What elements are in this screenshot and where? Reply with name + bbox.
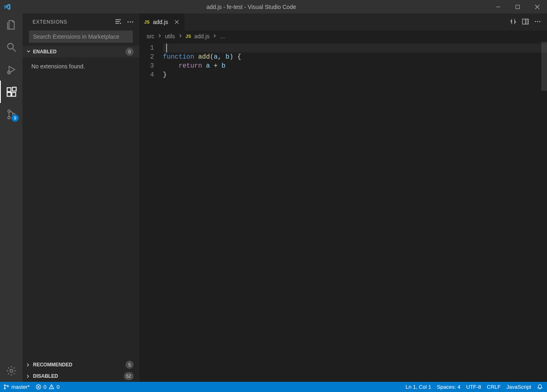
warning-icon	[48, 384, 55, 390]
more-icon[interactable]	[534, 18, 541, 26]
chevron-right-icon	[157, 33, 163, 40]
activity-settings[interactable]	[0, 359, 22, 382]
bell-icon	[537, 384, 543, 390]
activity-scm[interactable]: 9	[0, 103, 22, 125]
title-bar: add.js - fe-test - Visual Studio Code	[0, 0, 547, 13]
section-recommended-label: RECOMMENDED	[33, 362, 72, 368]
svg-point-18	[535, 21, 536, 22]
breadcrumb-seg[interactable]: src	[147, 33, 154, 39]
activity-debug[interactable]	[0, 58, 22, 81]
breadcrumb[interactable]: src utils JS add.js ...	[139, 31, 547, 42]
section-disabled-label: DISABLED	[33, 373, 58, 379]
status-cursor-position[interactable]: Ln 1, Col 1	[406, 384, 431, 390]
status-eol[interactable]: CRLF	[487, 384, 501, 390]
maximize-button[interactable]	[508, 0, 527, 13]
extensions-empty-text: No extensions found.	[22, 57, 139, 75]
extensions-search-input[interactable]	[29, 31, 133, 43]
compare-icon[interactable]	[510, 18, 517, 26]
svg-point-2	[7, 43, 13, 49]
breadcrumb-seg[interactable]: add.js	[194, 33, 209, 39]
tab-add-js[interactable]: JS add.js	[139, 13, 185, 31]
svg-point-13	[127, 22, 129, 23]
svg-point-15	[132, 22, 133, 23]
section-recommended[interactable]: RECOMMENDED 5	[22, 359, 139, 370]
svg-point-11	[10, 369, 13, 372]
svg-point-19	[537, 21, 538, 22]
svg-rect-7	[12, 87, 16, 91]
chevron-right-icon	[178, 33, 183, 40]
section-enabled-label: ENABLED	[33, 49, 57, 55]
svg-rect-0	[496, 7, 500, 7]
close-icon[interactable]	[174, 19, 180, 25]
svg-point-9	[8, 116, 10, 119]
svg-point-23	[7, 385, 9, 387]
chevron-down-icon	[26, 48, 31, 55]
chevron-right-icon	[212, 33, 217, 40]
scm-badge: 9	[11, 114, 19, 122]
js-icon: JS	[144, 20, 149, 24]
svg-point-14	[130, 22, 131, 23]
svg-point-22	[4, 388, 5, 389]
section-enabled-count: 0	[125, 48, 134, 56]
section-enabled[interactable]: ENABLED 0	[22, 46, 139, 57]
sidebar-title: EXTENSIONS	[33, 19, 67, 25]
code-lines[interactable]: function add(a, b) { return a + b }	[163, 44, 547, 382]
section-recommended-count: 5	[125, 361, 134, 369]
svg-rect-4	[7, 88, 11, 91]
status-indentation[interactable]: Spaces: 4	[437, 384, 461, 390]
svg-rect-1	[516, 5, 520, 9]
status-branch[interactable]: master*	[3, 384, 30, 390]
close-button[interactable]	[527, 0, 547, 13]
code-editor[interactable]: 1 2 3 4 function add(a, b) { return a + …	[139, 42, 547, 382]
section-disabled[interactable]: DISABLED 52	[22, 370, 139, 382]
activity-extensions[interactable]	[0, 81, 22, 103]
error-icon	[35, 384, 42, 390]
sidebar-extensions: EXTENSIONS ENABLED 0 No extensions found…	[22, 13, 139, 382]
editor-scrollbar[interactable]	[541, 42, 547, 382]
breadcrumb-seg[interactable]: ...	[220, 33, 225, 39]
editor-area: JS add.js src utils JS add.js ...	[139, 13, 547, 382]
status-language[interactable]: JavaScript	[506, 384, 531, 390]
app-icon	[0, 0, 14, 13]
svg-rect-17	[525, 19, 528, 24]
status-feedback[interactable]	[537, 384, 543, 390]
status-problems[interactable]: 0 0	[35, 384, 59, 390]
split-editor-icon[interactable]	[522, 18, 529, 26]
window-controls	[488, 0, 547, 13]
svg-rect-5	[7, 92, 11, 96]
line-number-gutter: 1 2 3 4	[139, 44, 163, 382]
tab-filename: add.js	[153, 19, 168, 25]
section-disabled-count: 52	[124, 372, 134, 380]
minimize-button[interactable]	[488, 0, 508, 13]
breadcrumb-seg[interactable]: utils	[165, 33, 175, 39]
js-icon: JS	[186, 34, 191, 39]
chevron-right-icon	[25, 373, 32, 379]
text-cursor	[166, 44, 167, 53]
svg-rect-6	[12, 92, 15, 96]
svg-point-8	[8, 109, 10, 112]
more-icon[interactable]	[126, 18, 134, 26]
chevron-right-icon	[25, 362, 32, 368]
activity-search[interactable]	[0, 36, 22, 58]
activity-bar: 9	[0, 13, 22, 382]
svg-point-21	[4, 385, 5, 386]
status-bar: master* 0 0 Ln 1, Col 1 Spaces: 4 UTF-8 …	[0, 382, 547, 392]
svg-point-20	[539, 21, 540, 22]
svg-point-12	[120, 23, 121, 24]
status-encoding[interactable]: UTF-8	[466, 384, 481, 390]
svg-point-25	[51, 388, 52, 389]
filter-icon[interactable]	[114, 18, 122, 26]
window-title: add.js - fe-test - Visual Studio Code	[14, 4, 488, 10]
activity-explorer[interactable]	[0, 13, 22, 36]
